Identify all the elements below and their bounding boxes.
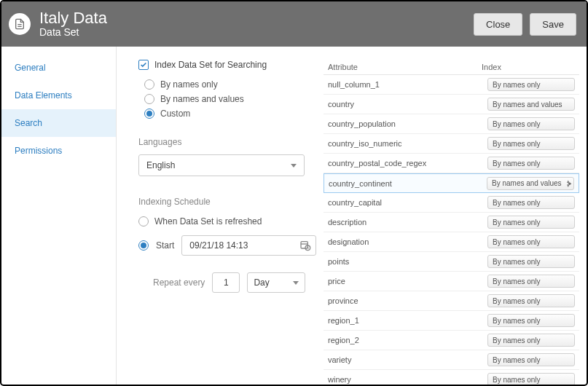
cell-attribute: country_capital [328,198,487,207]
table-row[interactable]: region_2By names only [324,331,579,350]
schedule-label: Indexing Schedule [138,197,316,207]
table-row[interactable]: country_populationBy names only [324,114,579,134]
cell-attribute: variety [328,355,487,364]
calendar-clock-icon [299,240,311,251]
cell-attribute: province [328,296,487,305]
table-row[interactable]: countryBy names and values [324,95,579,114]
repeat-unit-value: Day [254,277,269,288]
table-row[interactable]: descriptionBy names only [324,213,579,232]
attribute-index-table: Attribute Index null_column_1By names on… [324,60,579,371]
mode-radio-names-only[interactable] [144,79,154,90]
chevron-down-icon [291,164,297,168]
languages-label: Languages [138,137,316,147]
svg-rect-2 [301,242,307,248]
mode-radio-names-values[interactable] [144,94,154,104]
col-header-attribute: Attribute [328,63,482,71]
table-row[interactable]: priceBy names only [324,272,579,291]
cell-attribute: description [328,218,487,227]
mode-label-names-values: By names and values [160,94,244,104]
index-enable-checkbox[interactable] [138,60,149,70]
chevron-down-icon [293,281,299,285]
table-row[interactable]: country_iso_numericBy names only [324,134,579,154]
index-mode-dropdown[interactable]: By names only [487,294,575,307]
table-row[interactable]: country_continentBy names and values▴▾ [324,173,579,193]
table-row[interactable]: designationBy names only [324,232,579,252]
index-mode-dropdown[interactable]: By names only [487,196,575,209]
cell-attribute: country_continent [329,179,487,188]
sidebar-item-permissions[interactable]: Permissions [1,137,116,165]
start-date-input[interactable]: 09/21/18 14:13 [181,235,316,256]
table-row[interactable]: region_1By names only [324,311,579,331]
schedule-label-start: Start [156,240,174,251]
index-mode-dropdown[interactable]: By names and values [487,98,575,111]
table-row[interactable]: pointsBy names only [324,252,579,272]
close-button[interactable]: Close [474,13,522,36]
mode-label-names-only: By names only [160,79,218,90]
mode-label-custom: Custom [160,109,190,119]
repeat-count-input[interactable]: 1 [212,272,240,293]
index-mode-dropdown[interactable]: By names only [487,255,575,268]
index-mode-dropdown[interactable]: By names only [487,157,575,170]
index-mode-dropdown[interactable]: By names only [487,314,575,327]
doc-icon [9,13,31,35]
repeat-unit-select[interactable]: Day [247,272,305,293]
schedule-radio-start[interactable] [138,240,149,251]
table-row[interactable]: null_column_1By names only [324,75,579,95]
start-date-value: 09/21/18 14:13 [189,240,248,251]
index-enable-label: Index Data Set for Searching [154,60,267,70]
page-subtitle: Data Set [39,27,465,38]
table-row[interactable]: wineryBy names only [324,370,579,385]
cell-attribute: null_column_1 [328,80,487,89]
cell-attribute: region_1 [328,316,487,325]
sidebar-item-data-elements[interactable]: Data Elements [1,82,116,109]
index-mode-dropdown[interactable]: By names only [487,373,575,385]
cell-attribute: country [328,100,487,109]
cell-attribute: points [328,257,487,266]
cell-attribute: country_iso_numeric [328,139,487,148]
index-mode-dropdown[interactable]: By names only [487,216,575,229]
cell-attribute: region_2 [328,336,487,344]
header-bar: Italy Data Data Set Close Save [1,1,587,47]
cell-attribute: price [328,277,487,285]
index-mode-dropdown[interactable]: By names only [487,137,575,150]
index-mode-dropdown[interactable]: By names only [487,117,575,130]
sidebar-item-search[interactable]: Search [1,109,116,137]
index-mode-dropdown[interactable]: By names and values▴▾ [487,177,574,190]
index-mode-dropdown[interactable]: By names only [487,235,575,248]
cell-attribute: winery [328,375,487,384]
cell-attribute: designation [328,237,487,246]
page-title: Italy Data [39,9,465,27]
table-row[interactable]: provinceBy names only [324,291,579,311]
index-mode-dropdown[interactable]: By names only [487,275,575,288]
sidebar-item-general[interactable]: General [1,54,116,82]
schedule-label-refreshed: When Data Set is refreshed [154,216,262,227]
mode-radio-custom[interactable] [144,109,154,119]
schedule-radio-refreshed[interactable] [138,216,149,227]
language-value: English [146,160,175,170]
sidebar: General Data Elements Search Permissions [1,47,117,385]
save-button[interactable]: Save [530,13,576,36]
table-row[interactable]: country_postal_code_regexBy names only [324,154,579,173]
cell-attribute: country_population [328,119,487,128]
table-row[interactable]: varietyBy names only [324,350,579,370]
index-mode-dropdown[interactable]: By names only [487,353,575,366]
stepper-icon: ▴▾ [567,179,570,188]
table-row[interactable]: country_capitalBy names only [324,193,579,213]
repeat-label: Repeat every [153,277,205,288]
index-mode-dropdown[interactable]: By names only [487,334,575,347]
cell-attribute: country_postal_code_regex [328,159,487,168]
language-select[interactable]: English [138,154,305,176]
col-header-index: Index [482,63,575,71]
index-mode-dropdown[interactable]: By names only [487,78,575,91]
